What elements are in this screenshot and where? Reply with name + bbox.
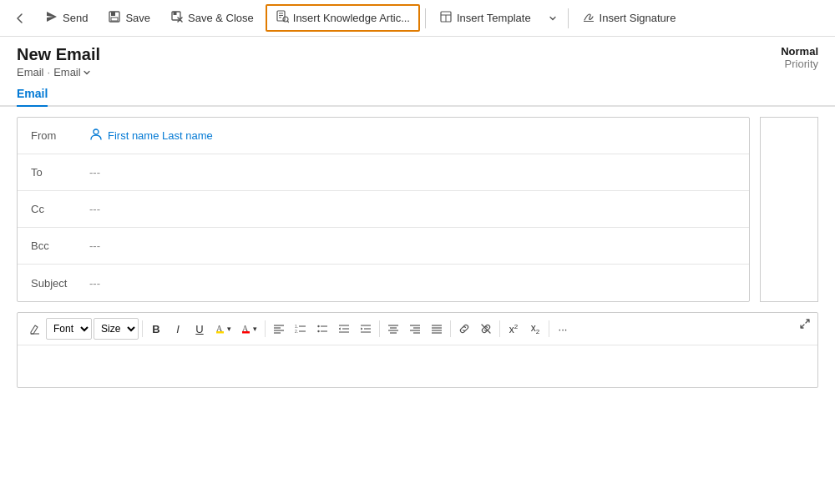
main-toolbar: Send Save Save & Close xyxy=(0,0,835,37)
bold-button[interactable]: B xyxy=(146,320,166,338)
font-color-dropdown[interactable]: ▾ xyxy=(253,325,257,333)
subtitle-dot: · xyxy=(48,66,51,78)
toolbar-sep-2 xyxy=(568,8,569,28)
italic-button[interactable]: I xyxy=(168,320,188,338)
underline-label: U xyxy=(195,323,203,335)
increase-indent-icon xyxy=(360,323,372,335)
header-left: New Email Email · Email xyxy=(17,45,100,78)
align-justify-button[interactable] xyxy=(427,320,447,337)
to-value: --- xyxy=(89,166,100,179)
superscript-button[interactable]: x2 xyxy=(504,320,524,338)
size-select[interactable]: Size xyxy=(94,318,139,340)
editor-sep-3 xyxy=(379,320,380,337)
highlight-button[interactable]: A ▾ xyxy=(211,320,235,339)
align-right-button[interactable] xyxy=(405,320,425,337)
svg-text:2.: 2. xyxy=(295,329,298,334)
insert-template-button[interactable]: Insert Template xyxy=(431,6,539,30)
email-type-dropdown[interactable]: Email xyxy=(53,66,91,78)
send-button[interactable]: Send xyxy=(37,6,96,30)
send-label: Send xyxy=(63,12,88,24)
tab-email[interactable]: Email xyxy=(17,82,48,107)
svg-rect-1 xyxy=(111,12,115,16)
save-close-icon xyxy=(170,10,184,26)
align-center-icon xyxy=(387,323,399,335)
clear-format-button[interactable] xyxy=(24,320,44,337)
subtitle-email1: Email xyxy=(17,66,44,78)
insert-knowledge-icon xyxy=(276,10,289,26)
editor-body[interactable] xyxy=(18,345,817,387)
align-left-button[interactable] xyxy=(269,320,289,337)
priority-area: Normal Priority xyxy=(781,45,818,70)
save-button[interactable]: Save xyxy=(99,6,159,30)
editor-wrapper: Font Size B I U A ▾ xyxy=(17,312,818,388)
subscript-icon: x2 xyxy=(531,322,539,335)
subscript-button[interactable]: x2 xyxy=(525,320,545,338)
cc-row[interactable]: Cc --- xyxy=(18,191,749,228)
insert-signature-button[interactable]: Insert Signature xyxy=(574,6,685,30)
insert-template-label: Insert Template xyxy=(457,12,531,24)
increase-indent-button[interactable] xyxy=(356,320,376,337)
priority-label: Normal xyxy=(781,45,818,58)
user-icon xyxy=(89,128,103,144)
highlight-dropdown[interactable]: ▾ xyxy=(227,325,231,333)
editor-sep-1 xyxy=(142,320,143,337)
insert-knowledge-button[interactable]: Insert Knowledge Artic... xyxy=(266,4,420,32)
page-title: New Email xyxy=(17,45,100,64)
subject-label: Subject xyxy=(31,277,89,290)
save-icon xyxy=(108,10,121,26)
more-icon: ··· xyxy=(559,323,568,335)
from-value[interactable]: First name Last name xyxy=(89,128,213,144)
unlink-icon xyxy=(480,323,492,335)
align-center-button[interactable] xyxy=(383,320,403,337)
back-button[interactable] xyxy=(7,5,33,32)
bcc-row[interactable]: Bcc --- xyxy=(18,228,749,265)
header-area: New Email Email · Email Normal Priority xyxy=(0,37,835,82)
toolbar-sep-1 xyxy=(425,8,426,28)
insert-template-dropdown[interactable] xyxy=(543,5,563,32)
email-form-area: From First name Last name To --- Cc --- xyxy=(0,107,835,312)
link-button[interactable] xyxy=(454,320,474,337)
more-options-button[interactable]: ··· xyxy=(553,320,573,338)
from-label: From xyxy=(31,129,89,142)
email-subtitle: Email · Email xyxy=(17,66,100,78)
italic-label: I xyxy=(176,323,180,335)
ordered-list-icon: 1. 2. xyxy=(295,323,306,335)
expand-icon[interactable] xyxy=(799,318,811,333)
subject-row[interactable]: Subject --- xyxy=(18,265,749,301)
decrease-indent-button[interactable] xyxy=(334,320,354,337)
editor-sep-5 xyxy=(499,320,500,337)
chevron-down-icon xyxy=(83,68,91,77)
unlink-button[interactable] xyxy=(476,320,496,337)
svg-line-10 xyxy=(287,21,288,22)
from-row: From First name Last name xyxy=(18,118,749,154)
link-icon xyxy=(458,323,470,335)
font-select[interactable]: Font xyxy=(46,318,92,340)
priority-sub: Priority xyxy=(781,58,818,70)
align-justify-icon xyxy=(431,323,443,335)
subtitle-email2: Email xyxy=(53,66,81,78)
insert-knowledge-label: Insert Knowledge Artic... xyxy=(293,12,410,24)
superscript-icon: x2 xyxy=(509,323,518,335)
align-right-icon xyxy=(409,323,421,335)
side-panel xyxy=(760,117,818,302)
to-label: To xyxy=(31,166,89,179)
cc-label: Cc xyxy=(31,203,89,215)
unordered-list-button[interactable] xyxy=(312,320,332,337)
font-color-button[interactable]: A ▾ xyxy=(237,320,261,339)
save-close-button[interactable]: Save & Close xyxy=(162,6,262,30)
editor-sep-2 xyxy=(265,320,266,337)
subject-value: --- xyxy=(89,277,100,290)
editor-sep-6 xyxy=(549,320,549,337)
bcc-label: Bcc xyxy=(31,239,89,252)
editor-sep-4 xyxy=(450,320,451,337)
align-left-icon xyxy=(273,323,285,335)
font-color-icon: A xyxy=(241,322,253,336)
cc-value: --- xyxy=(89,203,100,215)
to-row[interactable]: To --- xyxy=(18,154,749,191)
underline-button[interactable]: U xyxy=(190,320,210,338)
ordered-list-button[interactable]: 1. 2. xyxy=(291,320,311,337)
unordered-list-icon xyxy=(316,323,328,335)
bold-label: B xyxy=(152,323,159,335)
insert-template-icon xyxy=(439,10,453,26)
decrease-indent-icon xyxy=(338,323,350,335)
